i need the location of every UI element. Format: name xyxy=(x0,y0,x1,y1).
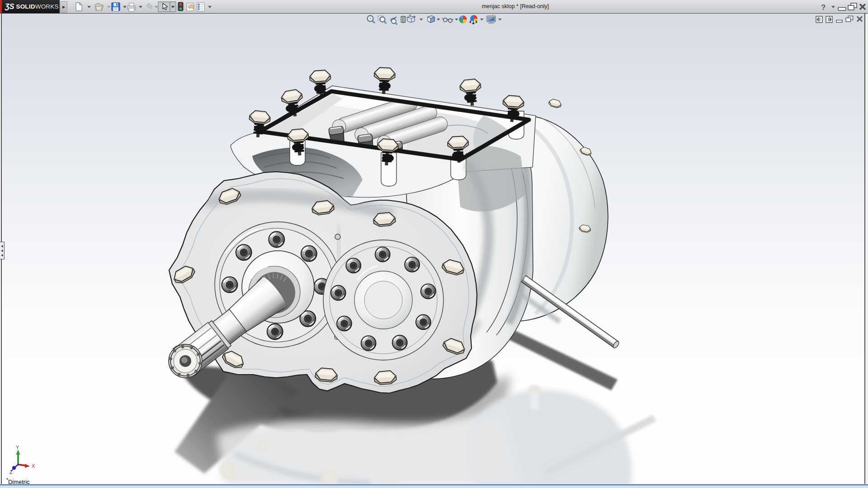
svg-text:?: ? xyxy=(821,3,826,12)
svg-text:Z: Z xyxy=(9,469,13,475)
svg-text:Y: Y xyxy=(16,445,19,450)
svg-text:X: X xyxy=(32,463,35,469)
